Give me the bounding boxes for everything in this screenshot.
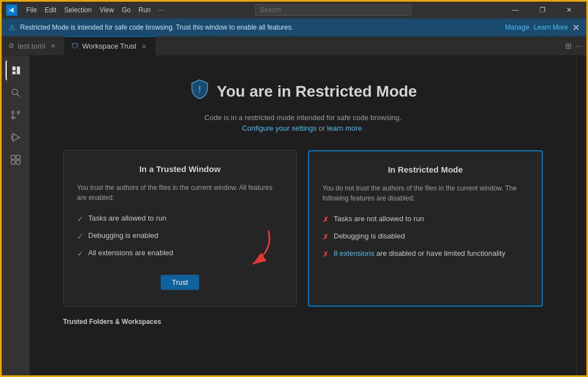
restricted-item-tasks: ✗ Tasks are not allowed to run (322, 214, 528, 224)
restricted-mode-card: In Restricted Mode You do not trust the … (308, 150, 543, 307)
restricted-mode-banner: ⚠ Restricted Mode is intended for safe c… (2, 18, 586, 36)
extensions-count-link[interactable]: 8 extensions (334, 249, 374, 257)
trust-cards-container: In a Trusted Window You trust the author… (63, 150, 543, 307)
svg-rect-12 (11, 160, 15, 164)
tab-bar: ⚙ test.toml × 🛡 Workspace Trust × ⊞ ··· (2, 36, 586, 56)
svg-marker-8 (13, 133, 20, 141)
svg-rect-2 (12, 71, 16, 74)
main-content: ! You are in Restricted Mode Code is in … (30, 56, 576, 377)
sidebar-item-search[interactable] (6, 83, 26, 103)
trusted-item-debugging: ✓ Debugging is enabled (77, 231, 283, 241)
banner-message: Restricted Mode is intended for safe cod… (20, 23, 500, 31)
sidebar-item-explorer[interactable] (6, 60, 26, 80)
window-controls: — ❐ ✕ (503, 2, 582, 18)
tabbar-end-actions: ⊞ ··· (561, 36, 586, 55)
manage-link[interactable]: Manage (505, 23, 529, 31)
svg-rect-13 (16, 160, 20, 164)
gear-icon: ⚙ (8, 42, 15, 50)
page-subtitle-links: Configure your settings or learn more. (242, 124, 364, 132)
sidebar-item-extensions[interactable] (6, 150, 26, 170)
subtitle-connector: or (317, 124, 327, 132)
page-heading: ! You are in Restricted Mode (189, 78, 417, 104)
search-bar (173, 4, 493, 16)
banner-close-button[interactable]: ✕ (572, 22, 580, 33)
warning-icon: ⚠ (8, 23, 16, 32)
svg-point-3 (12, 89, 18, 95)
restricted-card-description: You do not trust the authors of the file… (322, 183, 528, 203)
menu-view[interactable]: View (96, 5, 117, 15)
restricted-card-title: In Restricted Mode (322, 165, 528, 174)
restricted-item-extensions: ✗ 8 extensions are disabled or have limi… (322, 249, 528, 259)
svg-rect-0 (12, 66, 16, 70)
trusted-item-debugging-label: Debugging is enabled (88, 231, 158, 240)
layout-icon[interactable]: ⊞ (565, 41, 572, 50)
trust-button-wrapper: Trust (77, 275, 283, 290)
svg-rect-10 (11, 155, 15, 159)
trusted-card-title: In a Trusted Window (77, 164, 283, 174)
restricted-item-debugging: ✗ Debugging is disabled (322, 232, 528, 241)
svg-rect-11 (16, 155, 20, 159)
maximize-button[interactable]: ❐ (529, 2, 555, 18)
check-icon-debugging: ✓ (77, 232, 84, 241)
menu-run[interactable]: Run (135, 5, 154, 15)
menu-bar: File Edit Selection View Go Run ··· (23, 5, 167, 15)
tab-close-test[interactable]: × (49, 41, 57, 50)
trusted-card-description: You trust the authors of the files in th… (77, 183, 283, 203)
menu-more[interactable]: ··· (155, 5, 167, 15)
svg-text:!: ! (198, 85, 201, 94)
page-subtitle: Code is in a restricted mode intended fo… (204, 113, 401, 122)
svg-line-4 (17, 94, 20, 97)
minimize-button[interactable]: — (503, 2, 528, 18)
svg-rect-1 (17, 66, 20, 74)
tab-test-toml[interactable]: ⚙ test.toml × (2, 36, 65, 55)
activity-bar (2, 56, 30, 377)
menu-selection[interactable]: Selection (61, 5, 95, 15)
app-logo (6, 4, 17, 16)
tab-close-workspace[interactable]: × (139, 42, 148, 51)
trusted-folders-label: Trusted Folders & Workspaces (63, 318, 161, 326)
learn-more-link[interactable]: Learn More (534, 23, 568, 31)
titlebar: File Edit Selection View Go Run ··· — ❐ … (2, 2, 586, 18)
search-input[interactable] (255, 4, 411, 16)
restricted-mode-shield-icon: ! (189, 78, 210, 104)
sidebar-item-run[interactable] (6, 127, 26, 147)
menu-file[interactable]: File (23, 5, 40, 15)
x-icon-debugging: ✗ (322, 232, 329, 241)
menu-edit[interactable]: Edit (41, 5, 60, 15)
restricted-item-extensions-label: 8 extensions are disabled or have limite… (334, 249, 505, 257)
tab-label-workspace: Workspace Trust (82, 42, 136, 50)
trusted-item-tasks-label: Tasks are allowed to run (88, 214, 166, 222)
trusted-item-extensions: ✓ All extensions are enabled (77, 249, 283, 258)
check-icon-extensions: ✓ (77, 249, 84, 258)
x-icon-extensions: ✗ (322, 250, 329, 259)
main-layout: ! You are in Restricted Mode Code is in … (2, 56, 586, 377)
tab-label-test: test.toml (18, 42, 45, 50)
configure-settings-link[interactable]: Configure your settings (242, 124, 317, 132)
page-title: You are in Restricted Mode (217, 83, 417, 101)
restricted-item-tasks-label: Tasks are not allowed to run (334, 214, 424, 223)
x-icon-tasks: ✗ (322, 215, 329, 224)
tab-workspace-trust[interactable]: 🛡 Workspace Trust × (65, 36, 156, 55)
trusted-item-tasks: ✓ Tasks are allowed to run (77, 214, 283, 223)
right-panel (576, 56, 586, 377)
trust-button[interactable]: Trust (161, 275, 199, 290)
trusted-folders-section: Trusted Folders & Workspaces (63, 318, 543, 326)
check-icon-tasks: ✓ (77, 214, 84, 223)
trusted-item-extensions-label: All extensions are enabled (88, 249, 173, 257)
close-button[interactable]: ✕ (556, 2, 582, 18)
learn-more-page-link[interactable]: learn more. (327, 124, 364, 132)
trusted-window-card: In a Trusted Window You trust the author… (63, 150, 297, 307)
restricted-item-debugging-label: Debugging is disabled (334, 232, 405, 240)
shield-icon: 🛡 (71, 42, 79, 50)
sidebar-item-source-control[interactable] (6, 105, 26, 125)
menu-go[interactable]: Go (118, 5, 134, 15)
more-actions-icon[interactable]: ··· (575, 41, 582, 50)
